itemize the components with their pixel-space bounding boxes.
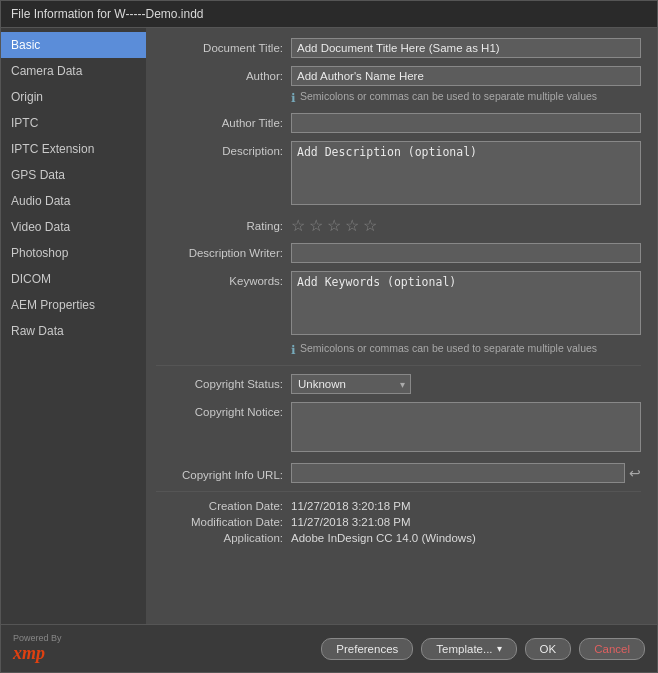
description-writer-row: Description Writer: xyxy=(156,243,641,263)
keywords-label: Keywords: xyxy=(156,271,291,287)
description-label: Description: xyxy=(156,141,291,157)
description-textarea[interactable]: Add Description (optional) xyxy=(291,141,641,205)
info-icon: ℹ xyxy=(291,91,296,105)
author-input[interactable] xyxy=(291,66,641,86)
keywords-textarea[interactable]: Add Keywords (optional) xyxy=(291,271,641,335)
copyright-notice-row: Copyright Notice: xyxy=(156,402,641,455)
keywords-input-wrapper: Add Keywords (optional) xyxy=(291,271,641,338)
file-info-dialog: File Information for W-----Demo.indd Bas… xyxy=(0,0,658,673)
divider-1 xyxy=(156,365,641,366)
author-row: Author: xyxy=(156,66,641,86)
star-4[interactable]: ☆ xyxy=(345,216,359,235)
sidebar: BasicCamera DataOriginIPTCIPTC Extension… xyxy=(1,28,146,624)
document-title-input[interactable] xyxy=(291,38,641,58)
star-5[interactable]: ☆ xyxy=(363,216,377,235)
sidebar-item-video-data[interactable]: Video Data xyxy=(1,214,146,240)
modification-date-row: Modification Date: 11/27/2018 3:21:08 PM xyxy=(156,516,641,528)
creation-date-label: Creation Date: xyxy=(156,500,291,512)
keywords-hint: ℹ Semicolons or commas can be used to se… xyxy=(291,342,641,357)
preferences-button[interactable]: Preferences xyxy=(321,638,413,660)
application-value: Adobe InDesign CC 14.0 (Windows) xyxy=(291,532,476,544)
sidebar-item-audio-data[interactable]: Audio Data xyxy=(1,188,146,214)
content-area: BasicCamera DataOriginIPTCIPTC Extension… xyxy=(1,28,657,624)
author-hint-row: ℹ Semicolons or commas can be used to se… xyxy=(156,90,641,105)
powered-by-text: Powered By xyxy=(13,633,62,643)
star-3[interactable]: ☆ xyxy=(327,216,341,235)
application-row: Application: Adobe InDesign CC 14.0 (Win… xyxy=(156,532,641,544)
modification-date-value: 11/27/2018 3:21:08 PM xyxy=(291,516,411,528)
footer: Powered By xmp Preferences Template... ▾… xyxy=(1,624,657,672)
document-title-row: Document Title: xyxy=(156,38,641,58)
title-bar: File Information for W-----Demo.indd xyxy=(1,1,657,28)
copyright-status-input-wrapper: Unknown Copyrighted Public Domain ▾ xyxy=(291,374,641,394)
sidebar-item-basic[interactable]: Basic xyxy=(1,32,146,58)
keywords-hint-row: ℹ Semicolons or commas can be used to se… xyxy=(156,342,641,357)
footer-buttons: Preferences Template... ▾ OK Cancel xyxy=(321,638,645,660)
creation-date-row: Creation Date: 11/27/2018 3:20:18 PM xyxy=(156,500,641,512)
description-row: Description: Add Description (optional) xyxy=(156,141,641,208)
author-title-input[interactable] xyxy=(291,113,641,133)
copyright-status-label: Copyright Status: xyxy=(156,374,291,390)
application-label: Application: xyxy=(156,532,291,544)
copyright-url-label: Copyright Info URL: xyxy=(156,465,291,481)
author-title-label: Author Title: xyxy=(156,113,291,129)
rating-stars: ☆ ☆ ☆ ☆ ☆ xyxy=(291,216,377,235)
copyright-notice-textarea[interactable] xyxy=(291,402,641,452)
ok-button[interactable]: OK xyxy=(525,638,572,660)
copyright-status-select-wrapper: Unknown Copyrighted Public Domain ▾ xyxy=(291,374,411,394)
sidebar-item-iptc[interactable]: IPTC xyxy=(1,110,146,136)
keywords-hint-text: Semicolons or commas can be used to sepa… xyxy=(300,342,597,354)
description-writer-input[interactable] xyxy=(291,243,641,263)
template-btn-label: Template... xyxy=(436,643,492,655)
sidebar-item-origin[interactable]: Origin xyxy=(1,84,146,110)
author-input-wrapper xyxy=(291,66,641,86)
divider-2 xyxy=(156,491,641,492)
description-input-wrapper: Add Description (optional) xyxy=(291,141,641,208)
main-area: Document Title: Author: ℹ Semicolons or … xyxy=(146,28,657,624)
template-arrow-icon: ▾ xyxy=(497,643,502,654)
creation-date-value: 11/27/2018 3:20:18 PM xyxy=(291,500,411,512)
rating-row: Rating: ☆ ☆ ☆ ☆ ☆ xyxy=(156,216,641,235)
description-writer-label: Description Writer: xyxy=(156,243,291,259)
title-bar-text: File Information for W-----Demo.indd xyxy=(11,7,204,21)
sidebar-item-photoshop[interactable]: Photoshop xyxy=(1,240,146,266)
star-2[interactable]: ☆ xyxy=(309,216,323,235)
sidebar-item-camera-data[interactable]: Camera Data xyxy=(1,58,146,84)
copyright-url-row: Copyright Info URL: ↩ xyxy=(156,463,641,483)
copyright-status-select[interactable]: Unknown Copyrighted Public Domain xyxy=(291,374,411,394)
template-button[interactable]: Template... ▾ xyxy=(421,638,516,660)
description-writer-input-wrapper xyxy=(291,243,641,263)
copyright-notice-label: Copyright Notice: xyxy=(156,402,291,418)
xmp-logo: xmp xyxy=(13,643,45,664)
author-hint-text: Semicolons or commas can be used to sepa… xyxy=(300,90,597,102)
url-arrow-icon: ↩ xyxy=(629,465,641,481)
sidebar-item-dicom[interactable]: DICOM xyxy=(1,266,146,292)
keywords-row: Keywords: Add Keywords (optional) xyxy=(156,271,641,338)
star-1[interactable]: ☆ xyxy=(291,216,305,235)
sidebar-item-aem-properties[interactable]: AEM Properties xyxy=(1,292,146,318)
sidebar-item-gps-data[interactable]: GPS Data xyxy=(1,162,146,188)
xmp-brand: Powered By xmp xyxy=(13,633,62,664)
author-hint: ℹ Semicolons or commas can be used to se… xyxy=(291,90,641,105)
author-label: Author: xyxy=(156,66,291,82)
cancel-button[interactable]: Cancel xyxy=(579,638,645,660)
copyright-status-row: Copyright Status: Unknown Copyrighted Pu… xyxy=(156,374,641,394)
author-title-row: Author Title: xyxy=(156,113,641,133)
sidebar-item-iptc-extension[interactable]: IPTC Extension xyxy=(1,136,146,162)
document-title-input-wrapper xyxy=(291,38,641,58)
copyright-url-input-wrapper: ↩ xyxy=(291,463,641,483)
document-title-label: Document Title: xyxy=(156,38,291,54)
sidebar-item-raw-data[interactable]: Raw Data xyxy=(1,318,146,344)
rating-label: Rating: xyxy=(156,216,291,232)
copyright-notice-input-wrapper xyxy=(291,402,641,455)
copyright-url-input[interactable] xyxy=(291,463,625,483)
author-title-input-wrapper xyxy=(291,113,641,133)
modification-date-label: Modification Date: xyxy=(156,516,291,528)
keywords-info-icon: ℹ xyxy=(291,343,296,357)
